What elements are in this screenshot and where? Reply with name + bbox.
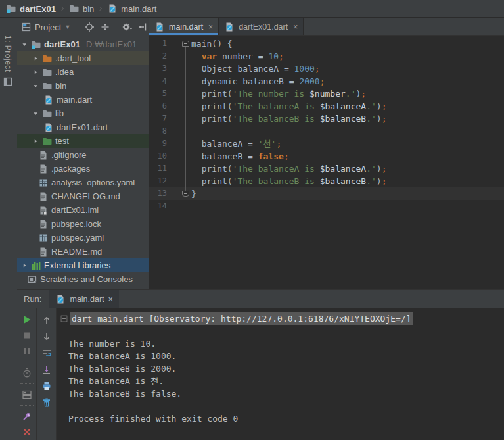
tree-item-label: Scratches and Consoles — [40, 274, 133, 284]
console-output[interactable]: dart main.dart [Observatory: http://127.… — [57, 308, 504, 440]
breadcrumb-chevron-icon — [95, 3, 106, 14]
tree-item-test[interactable]: test — [17, 134, 149, 148]
folder-test-icon — [42, 136, 53, 147]
tree-item-label: dartEx01.iml — [51, 205, 99, 215]
pin-icon[interactable] — [22, 411, 32, 422]
tree-item-analysis_options.yaml[interactable]: analysis_options.yaml — [17, 176, 149, 189]
console-command-line: dart main.dart [Observatory: http://127.… — [60, 312, 504, 325]
fold-gutter — [175, 137, 186, 150]
tree-item-main.dart[interactable]: main.dart — [17, 93, 149, 107]
expand-arrow-icon[interactable] — [32, 109, 39, 119]
line-number: 12 — [149, 175, 175, 187]
tree-item-.dart_tool[interactable]: .dart_tool — [17, 51, 149, 65]
fold-end-icon[interactable] — [182, 191, 189, 197]
collapse-arrow-icon[interactable] — [21, 260, 28, 271]
collapse-all-icon[interactable] — [100, 22, 110, 32]
tree-item-dartEx01[interactable]: dartEx01D:₩dartEx01 — [17, 37, 149, 51]
breadcrumb-main.dart[interactable]: main.dart — [106, 2, 158, 15]
tree-item-label: README.md — [51, 247, 102, 257]
expand-arrow-icon[interactable] — [32, 81, 39, 91]
layout-icon[interactable] — [22, 389, 32, 400]
gear-icon[interactable] — [122, 22, 132, 32]
collapse-arrow-icon[interactable] — [32, 67, 39, 78]
line-number: 3 — [149, 62, 175, 75]
tree-item-dartEx01.iml[interactable]: dartEx01.iml — [17, 203, 149, 217]
file-text-icon — [38, 191, 49, 202]
toolbar-separator — [20, 383, 34, 384]
fold-gutter — [175, 175, 186, 187]
tree-item-pubspec.yaml[interactable]: pubspec.yaml — [17, 231, 149, 245]
console-line: Process finished with exit code 0 — [60, 412, 504, 425]
sidebar-item-project-toolwindow[interactable]: 1: Project — [0, 36, 16, 87]
collapse-arrow-icon[interactable] — [32, 53, 39, 64]
rerun-icon[interactable] — [22, 314, 32, 325]
chevron-down-icon[interactable]: ▼ — [64, 24, 70, 30]
editor-tab-dartEx01.dart[interactable]: dartEx01.dart× — [219, 18, 304, 35]
close-x-icon[interactable] — [22, 427, 32, 437]
run-tab-label: main.dart — [70, 295, 104, 304]
external-libs-icon — [31, 260, 41, 271]
dart-icon — [224, 22, 235, 32]
tree-item-pubspec.lock[interactable]: pubspec.lock — [17, 217, 149, 231]
breadcrumb-label: main.dart — [121, 4, 156, 14]
editor-tab-label: dartEx01.dart — [239, 22, 288, 32]
line-number: 4 — [149, 75, 175, 87]
code-line-8: 8 — [149, 125, 504, 137]
stop-icon[interactable] — [22, 330, 32, 341]
expand-arrow-icon[interactable] — [21, 39, 28, 50]
project-view-selector[interactable]: Project — [35, 22, 61, 32]
tree-item-label: pubspec.yaml — [51, 233, 104, 243]
tab-close-icon[interactable]: × — [293, 22, 298, 32]
tree-item-label: .idea — [55, 67, 74, 77]
tree-item-CHANGELOG.md[interactable]: CHANGELOG.md — [17, 189, 149, 203]
collapse-arrow-icon[interactable] — [32, 136, 39, 147]
tree-item-lib[interactable]: lib — [17, 107, 149, 120]
tree-item-label: test — [55, 136, 69, 146]
breadcrumb-bin[interactable]: bin — [68, 2, 95, 15]
clear-icon[interactable] — [41, 397, 52, 408]
fold-gutter — [175, 200, 186, 212]
fold-gutter — [175, 150, 186, 162]
tree-item-ScratchesandConsoles[interactable]: Scratches and Consoles — [17, 272, 149, 286]
tree-item-label: analysis_options.yaml — [51, 178, 135, 187]
folder-icon — [42, 67, 53, 78]
console-line: The number is 10. — [60, 337, 504, 350]
tab-close-icon[interactable]: × — [208, 22, 213, 32]
code-line-5: 5 print('The number is $number.'); — [149, 87, 504, 100]
code-line-9: 9 balanceA = '천'; — [149, 137, 504, 150]
up-icon[interactable] — [41, 315, 52, 326]
fold-expand-icon[interactable] — [60, 315, 68, 322]
line-number: 6 — [149, 100, 175, 112]
console-line: The balanceA is 천. — [60, 375, 504, 387]
navigation-bar: dartEx01binmain.dart — [0, 0, 504, 18]
print-icon[interactable] — [41, 381, 52, 391]
pause-icon[interactable] — [22, 346, 32, 356]
run-tab-close-icon[interactable]: × — [108, 295, 113, 304]
tree-item-README.md[interactable]: README.md — [17, 245, 149, 258]
scroll-end-icon[interactable] — [41, 364, 52, 375]
tree-item-.packages[interactable]: .packages — [17, 162, 149, 176]
file-text-icon — [38, 247, 49, 257]
tree-item-label: pubspec.lock — [51, 219, 101, 229]
code-editor[interactable]: 1main() {2 var number = 10;3 Object bala… — [149, 36, 504, 212]
hide-panel-icon[interactable] — [137, 22, 148, 32]
fold-start-icon[interactable] — [182, 41, 189, 47]
fold-gutter — [175, 162, 186, 175]
editor-tab-main.dart[interactable]: main.dart× — [149, 18, 219, 35]
breadcrumb-dartEx01[interactable]: dartEx01 — [5, 2, 57, 15]
editor-tab-bar: main.dart×dartEx01.dart× — [149, 18, 504, 36]
code-line-4: 4 dynamic balanceB = 2000; — [149, 75, 504, 87]
down-icon[interactable] — [41, 331, 52, 342]
project-folder-icon — [6, 3, 16, 14]
line-number: 11 — [149, 162, 175, 175]
timer-icon[interactable] — [22, 368, 32, 378]
tree-item-bin[interactable]: bin — [17, 79, 149, 93]
softwrap-icon[interactable] — [41, 348, 52, 358]
locate-icon[interactable] — [84, 22, 95, 32]
tree-item-.gitignore[interactable]: .gitignore — [17, 148, 149, 162]
code-line-10: 10 balanceB = false; — [149, 150, 504, 162]
tree-item-dartEx01.dart[interactable]: dartEx01.dart — [17, 120, 149, 134]
run-tab-main-dart[interactable]: main.dart× — [49, 290, 118, 308]
tree-item-.idea[interactable]: .idea — [17, 65, 149, 79]
tree-item-ExternalLibraries[interactable]: External Libraries — [17, 258, 149, 272]
